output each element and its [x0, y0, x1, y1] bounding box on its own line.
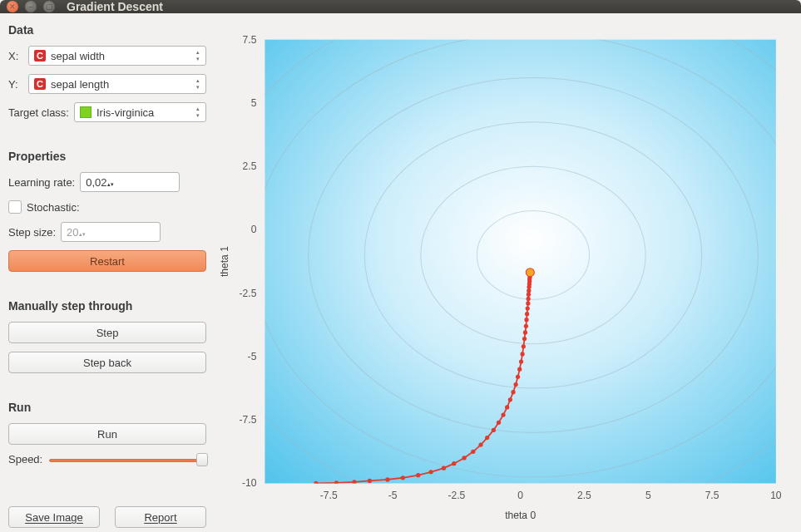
spinner-icon: ▴▾ — [79, 226, 86, 239]
save-image-button[interactable]: Save Image — [8, 506, 100, 528]
window-title: Gradient Descent — [67, 0, 163, 13]
svg-text:-10: -10 — [242, 478, 257, 490]
svg-point-63 — [527, 297, 531, 301]
sidebar: Data X: C sepal width ▴▾ Y: C sepal leng… — [0, 13, 215, 532]
step-size-value: 20 — [67, 226, 78, 239]
stochastic-label: Stochastic: — [27, 201, 80, 214]
speed-label: Speed: — [8, 453, 42, 466]
svg-point-51 — [516, 375, 520, 379]
svg-point-30 — [314, 481, 318, 485]
y-select[interactable]: C sepal length ▴▾ — [28, 74, 206, 94]
spinner-icon: ▴▾ — [192, 76, 204, 92]
restart-button[interactable]: Restart — [8, 250, 206, 272]
svg-text:-5: -5 — [388, 490, 398, 501]
svg-text:7.5: 7.5 — [705, 490, 719, 501]
svg-point-52 — [517, 367, 522, 372]
svg-text:-7.5: -7.5 — [320, 490, 338, 501]
spinner-icon: ▴▾ — [107, 176, 114, 189]
svg-point-49 — [511, 390, 515, 394]
spinner-icon: ▴▾ — [192, 104, 204, 121]
close-icon[interactable]: ✕ — [7, 1, 18, 12]
target-select[interactable]: Iris-virginica ▴▾ — [74, 102, 206, 122]
svg-text:-2.5: -2.5 — [447, 490, 465, 501]
run-button[interactable]: Run — [8, 423, 206, 445]
svg-point-48 — [508, 397, 512, 401]
svg-text:theta 1: theta 1 — [219, 246, 230, 277]
stochastic-checkbox[interactable] — [8, 200, 22, 214]
svg-text:5: 5 — [645, 490, 651, 501]
svg-point-41 — [471, 450, 475, 454]
contour-plot: -7.5-5-2.502.557.510-10-7.5-5-2.502.557.… — [215, 22, 793, 526]
section-run-title: Run — [8, 401, 206, 414]
minimize-icon[interactable]: – — [25, 1, 37, 12]
continuous-icon: C — [34, 50, 46, 62]
svg-text:0: 0 — [517, 490, 523, 501]
svg-point-57 — [523, 330, 527, 334]
svg-point-61 — [526, 306, 530, 310]
maximize-icon[interactable]: ▢ — [43, 1, 55, 12]
svg-point-40 — [462, 456, 466, 460]
lr-label: Learning rate: — [8, 176, 75, 189]
svg-point-34 — [385, 477, 389, 481]
svg-point-39 — [452, 461, 456, 466]
step-button[interactable]: Step — [8, 322, 206, 343]
y-value: sepal length — [51, 78, 109, 91]
svg-text:7.5: 7.5 — [243, 34, 257, 46]
section-props-title: Properties — [8, 150, 206, 163]
svg-text:0: 0 — [251, 224, 257, 235]
svg-text:theta 0: theta 0 — [505, 510, 536, 521]
svg-point-56 — [522, 337, 527, 341]
continuous-icon: C — [34, 78, 46, 90]
svg-point-50 — [513, 382, 517, 387]
svg-point-44 — [492, 428, 496, 432]
target-label: Target class: — [8, 106, 69, 119]
svg-text:10: 10 — [770, 490, 782, 501]
spinner-icon: ▴▾ — [192, 47, 204, 64]
step-size-label: Step size: — [8, 226, 56, 239]
class-color-icon — [80, 106, 91, 118]
svg-point-53 — [519, 359, 523, 363]
svg-point-59 — [524, 318, 528, 322]
svg-point-37 — [429, 470, 433, 474]
svg-point-35 — [401, 475, 405, 480]
svg-point-55 — [522, 344, 526, 348]
svg-point-36 — [416, 473, 420, 477]
section-manual-title: Manually step through — [8, 299, 206, 313]
svg-point-38 — [442, 466, 446, 470]
x-select[interactable]: C sepal width ▴▾ — [28, 46, 206, 66]
svg-text:-7.5: -7.5 — [240, 414, 257, 426]
svg-point-33 — [368, 479, 372, 483]
speed-slider[interactable] — [49, 457, 206, 462]
svg-text:2.5: 2.5 — [243, 160, 257, 172]
svg-point-43 — [485, 436, 489, 440]
learning-rate-input[interactable]: 0,02 ▴▾ — [80, 172, 180, 192]
svg-rect-1 — [265, 40, 775, 484]
svg-point-58 — [524, 324, 528, 328]
x-label: X: — [8, 50, 23, 62]
svg-point-46 — [501, 413, 505, 417]
svg-point-31 — [334, 480, 339, 485]
svg-point-47 — [505, 405, 509, 409]
svg-text:2.5: 2.5 — [577, 490, 591, 501]
svg-point-60 — [525, 312, 529, 316]
svg-point-42 — [478, 442, 482, 446]
svg-text:5: 5 — [251, 97, 257, 109]
svg-point-32 — [352, 480, 356, 484]
step-size-input: 20 ▴▾ — [61, 222, 161, 242]
svg-point-62 — [526, 301, 530, 305]
titlebar: ✕ – ▢ Gradient Descent — [0, 0, 801, 13]
svg-point-64 — [527, 293, 531, 297]
y-label: Y: — [8, 78, 23, 91]
x-value: sepal width — [51, 50, 105, 62]
svg-text:-5: -5 — [248, 351, 257, 362]
target-value: Iris-virginica — [96, 106, 154, 119]
step-back-button[interactable]: Step back — [8, 352, 206, 373]
svg-point-45 — [497, 421, 501, 425]
svg-text:-2.5: -2.5 — [240, 288, 257, 299]
report-button[interactable]: Report — [115, 506, 206, 528]
svg-point-74 — [526, 268, 534, 277]
plot-area[interactable]: -7.5-5-2.502.557.510-10-7.5-5-2.502.557.… — [215, 13, 801, 532]
section-data-title: Data — [8, 23, 206, 37]
svg-point-54 — [520, 352, 524, 356]
lr-value: 0,02 — [86, 176, 106, 189]
